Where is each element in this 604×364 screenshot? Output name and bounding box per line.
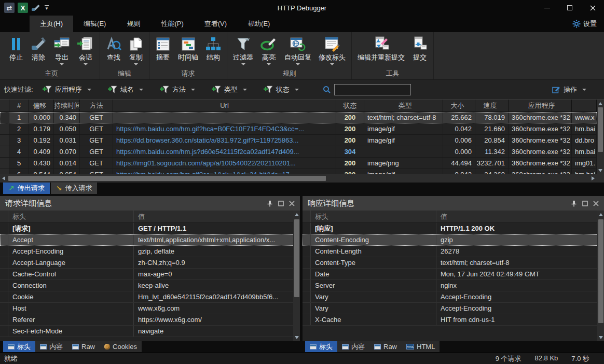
actions-button[interactable]: 操作 [552, 85, 586, 94]
detail-row[interactable]: X-CacheHIT from cdn-us-1 [303, 314, 604, 326]
detail-row[interactable]: Content-Typetext/html; charset=utf-8 [303, 257, 604, 269]
column-header-speed[interactable]: 速度 [475, 100, 509, 111]
detail-row[interactable]: CookieHm_lvt_d60e542115f2ca02adf147d409b… [0, 291, 300, 303]
request-tab-raw[interactable]: Raw [67, 341, 100, 352]
table-row[interactable]: 20.1790.050GEThttps://hm.baidu.com/hm.gi… [0, 123, 597, 135]
vertical-scrollbar[interactable] [597, 100, 604, 174]
column-header-domain[interactable] [572, 100, 597, 111]
minimize-button[interactable] [536, 0, 558, 16]
request-tab-headers[interactable]: 标头 [3, 341, 35, 352]
column-header-marker[interactable] [0, 100, 9, 111]
detail-row[interactable]: Accepttext/html,application/xhtml+xml,ap… [0, 234, 300, 246]
detail-row[interactable]: Refererhttps://www.x6g.com/ [0, 314, 300, 326]
detail-row[interactable]: Content-Length26278 [303, 246, 604, 257]
filter-type[interactable]: 类型 [212, 85, 247, 94]
export-button[interactable]: 导出 [50, 34, 74, 67]
column-header-url[interactable]: Url [113, 100, 336, 111]
scroll-down-button[interactable] [597, 166, 604, 174]
column-header-duration[interactable]: 持续时间 [54, 100, 80, 111]
copy-button[interactable]: 复制 [125, 34, 147, 67]
structure-button[interactable]: 结构 [202, 34, 225, 67]
maximize-panel-icon[interactable] [582, 201, 588, 206]
detail-row[interactable]: Content-Encodinggzip [303, 234, 604, 246]
response-tab-content[interactable]: 内容 [337, 341, 369, 352]
brush-icon[interactable] [31, 3, 40, 13]
pin-icon[interactable] [267, 200, 273, 207]
detail-row[interactable]: Cache-Controlmax-age=0 [0, 269, 300, 280]
pin-icon[interactable] [571, 200, 577, 207]
menu-tab-6[interactable]: 帮助(E) [237, 16, 280, 32]
search-input[interactable] [334, 84, 411, 95]
column-header-type[interactable]: 类型 [364, 100, 443, 111]
settings-button[interactable]: 设置 [565, 16, 604, 32]
close-panel-icon[interactable] [289, 201, 295, 206]
filter-status[interactable]: 状态 [264, 85, 299, 94]
menu-tab-4[interactable]: 性能(P) [150, 16, 194, 32]
scrollbar-thumb[interactable] [294, 219, 299, 297]
auto-respond-button[interactable]: 自动回复 [281, 34, 315, 67]
tab-incoming-requests[interactable]: ↘ 传入请求 [51, 183, 98, 194]
request-tab-content[interactable]: 内容 [35, 341, 67, 352]
filter-method[interactable]: 方法 [160, 85, 195, 94]
submit-button[interactable]: 提交 [408, 34, 431, 67]
menu-tab-2[interactable]: 编辑(E) [73, 16, 116, 32]
vertical-scrollbar[interactable] [293, 211, 300, 341]
scroll-right-button[interactable] [589, 175, 597, 183]
response-tab-headers[interactable]: 标头 [305, 341, 337, 352]
column-header-app[interactable]: 应用程序 [509, 100, 572, 111]
table-row[interactable]: 60.5440.054GEThttps://hm.baidu.com/hm.gi… [0, 169, 597, 174]
clear-button[interactable]: 清除 [27, 34, 50, 67]
detail-row[interactable]: Servernginx [303, 280, 604, 291]
horizontal-scrollbar[interactable] [0, 174, 597, 183]
scroll-down-button[interactable] [293, 333, 300, 341]
detail-row[interactable]: DateMon, 17 Jun 2024 02:49:49 GMT [303, 269, 604, 280]
detail-row[interactable]: Hostwww.x6g.com [0, 303, 300, 314]
detail-row[interactable]: [请求]GET / HTTP/1.1 [0, 223, 300, 234]
column-header-offset[interactable]: 偏移 [29, 100, 54, 111]
stop-button[interactable]: 停止 [5, 34, 27, 67]
timeline-button[interactable]: 时间轴 [174, 34, 202, 67]
scroll-up-button[interactable] [597, 100, 604, 107]
close-panel-icon[interactable] [593, 201, 599, 206]
column-header-num[interactable]: # [9, 100, 29, 111]
scrollbar-thumb[interactable] [598, 107, 603, 152]
tab-outgoing-requests[interactable]: ↗ 传出请求 [3, 183, 50, 194]
table-row[interactable]: 30.1920.031GEThttps://dd.browser.360.cn/… [0, 135, 597, 146]
column-header-size[interactable]: 大小 [443, 100, 475, 111]
find-button[interactable]: 查找 [102, 34, 125, 67]
scroll-left-button[interactable] [0, 175, 7, 183]
table-row[interactable]: 10.0000.340GET200text/html; charset=utf-… [0, 112, 597, 123]
detail-row[interactable]: Sec-Fetch-Modenavigate [0, 326, 300, 337]
quick-access-caret-icon[interactable]: ▼ [45, 5, 49, 11]
menu-tab-5[interactable]: 查看(V) [194, 16, 237, 32]
vertical-scrollbar[interactable] [597, 211, 604, 341]
response-tab-html[interactable]: HTMLHTML [402, 341, 440, 352]
detail-row[interactable]: Connectionkeep-alive [0, 280, 300, 291]
maximize-button[interactable] [558, 0, 581, 16]
table-row[interactable]: 40.4090.070GEThttps://hm.baidu.com/hm.js… [0, 146, 597, 158]
scroll-up-button[interactable] [597, 211, 604, 218]
highlight-button[interactable]: 高亮 [257, 34, 281, 67]
column-header-status[interactable]: 状态 [336, 100, 364, 111]
menu-tab-1[interactable]: 主页(H) [30, 16, 73, 32]
scrollbar-thumb[interactable] [8, 176, 326, 181]
detail-row[interactable]: [响应]HTTP/1.1 200 OK [303, 223, 604, 234]
summary-button[interactable]: 摘要 [152, 34, 174, 67]
scroll-up-button[interactable] [293, 211, 300, 218]
session-button[interactable]: 会话 [74, 34, 98, 67]
sync-icon[interactable]: ⇄ [4, 3, 15, 13]
column-header-method[interactable]: 方法 [80, 100, 113, 111]
scrollbar-thumb[interactable] [598, 219, 603, 323]
close-button[interactable] [581, 0, 604, 16]
excel-export-icon[interactable]: X [18, 3, 28, 13]
maximize-panel-icon[interactable] [278, 201, 284, 206]
menu-tab-3[interactable]: 规则 [116, 16, 150, 32]
table-row[interactable]: 50.4300.014GEThttps://img01.sogoucdn.com… [0, 158, 597, 169]
filters-button[interactable]: 过滤器 [229, 34, 257, 67]
detail-row[interactable]: Accept-Encodinggzip, deflate [0, 246, 300, 257]
request-tab-cookies[interactable]: Cookies [100, 341, 142, 352]
scroll-down-button[interactable] [597, 333, 604, 341]
detail-row[interactable]: VaryAccept-Encoding [303, 291, 604, 303]
modify-headers-button[interactable]: 修改标头 [315, 34, 349, 67]
response-tab-raw[interactable]: Raw [369, 341, 402, 352]
